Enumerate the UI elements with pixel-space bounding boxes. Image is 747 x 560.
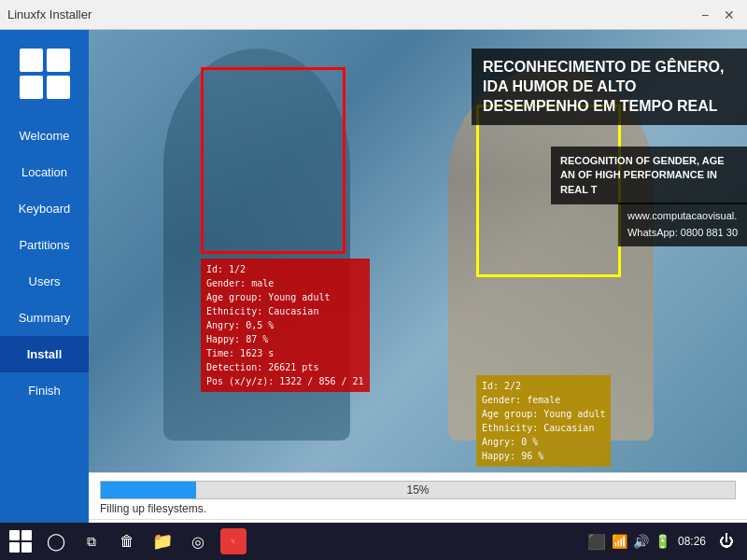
taskbar-left: ◯ ⧉ 🗑 📁 ◎ 🔻 xyxy=(7,528,247,554)
close-button[interactable]: ✕ xyxy=(719,5,740,25)
minimize-button[interactable]: − xyxy=(695,5,715,25)
battery-icon: 🔋 xyxy=(655,534,670,549)
taskbar-right: ⬛ 📶 🔊 🔋 08:26 ⏻ xyxy=(587,528,740,554)
sidebar: Welcome Location Keyboard Partitions Use… xyxy=(0,30,89,560)
files-icon[interactable]: 📁 xyxy=(149,528,176,554)
windows-logo-icon xyxy=(20,49,70,99)
detection-info-male: Id: 1/2 Gender: male Age group: Young ad… xyxy=(201,259,370,392)
content-area: Id: 1/2 Gender: male Age group: Young ad… xyxy=(89,30,747,560)
sidebar-item-users[interactable]: Users xyxy=(0,263,89,300)
title-overlay-english: RECOGNITION OF GENDER, AGE AN OF HIGH PE… xyxy=(551,147,747,204)
store-icon[interactable]: 🗑 xyxy=(114,528,140,554)
sidebar-item-partitions[interactable]: Partitions xyxy=(0,227,89,263)
task-view-icon[interactable]: ⧉ xyxy=(78,528,105,554)
start-button[interactable] xyxy=(7,528,34,554)
installer-body: Welcome Location Keyboard Partitions Use… xyxy=(0,30,747,560)
window-title: Linuxfx Installer xyxy=(7,7,92,21)
search-taskbar-icon[interactable]: ◯ xyxy=(43,528,69,554)
sidebar-item-install[interactable]: Install xyxy=(0,336,89,372)
sidebar-nav: Welcome Location Keyboard Partitions Use… xyxy=(0,118,89,409)
red-icon: ⬛ xyxy=(587,533,606,551)
demo-area: Id: 1/2 Gender: male Age group: Young ad… xyxy=(89,30,747,472)
detection-box-male xyxy=(201,67,345,254)
progress-bar: 15% xyxy=(100,481,736,499)
sidebar-item-summary[interactable]: Summary xyxy=(0,300,89,336)
chrome-icon[interactable]: ◎ xyxy=(185,528,211,554)
volume-icon: 🔊 xyxy=(633,534,649,549)
titlebar: Linuxfx Installer − ✕ xyxy=(0,0,747,30)
start-icon xyxy=(9,530,32,553)
url-overlay: www.computacaovisual. WhatsApp: 0800 881… xyxy=(618,203,747,246)
system-tray: ⬛ 📶 🔊 🔋 xyxy=(587,533,670,551)
window-controls: − ✕ xyxy=(695,5,740,25)
title-overlay-portuguese: RECONHECIMENTO DE GÊNERO, IDA HUMOR DE A… xyxy=(472,49,747,125)
progress-status: Filling up filesystems. xyxy=(100,502,736,515)
taskbar: ◯ ⧉ 🗑 📁 ◎ 🔻 ⬛ 📶 🔊 🔋 08:26 ⏻ xyxy=(0,523,747,560)
sidebar-item-finish[interactable]: Finish xyxy=(0,372,89,409)
progress-percent: 15% xyxy=(406,483,429,497)
sidebar-item-location[interactable]: Location xyxy=(0,154,89,190)
sidebar-item-keyboard[interactable]: Keyboard xyxy=(0,190,89,227)
power-icon[interactable]: ⏻ xyxy=(713,528,740,554)
progress-area: 15% Filling up filesystems. xyxy=(89,472,747,519)
taskbar-time: 08:26 xyxy=(678,535,706,548)
progress-bar-fill xyxy=(101,482,196,498)
network-icon: 📶 xyxy=(612,534,627,549)
installer-icon[interactable]: 🔻 xyxy=(220,528,247,554)
detection-info-female: Id: 2/2 Gender: female Age group: Young … xyxy=(476,375,611,467)
sidebar-logo xyxy=(12,41,78,106)
sidebar-item-welcome[interactable]: Welcome xyxy=(0,118,89,154)
